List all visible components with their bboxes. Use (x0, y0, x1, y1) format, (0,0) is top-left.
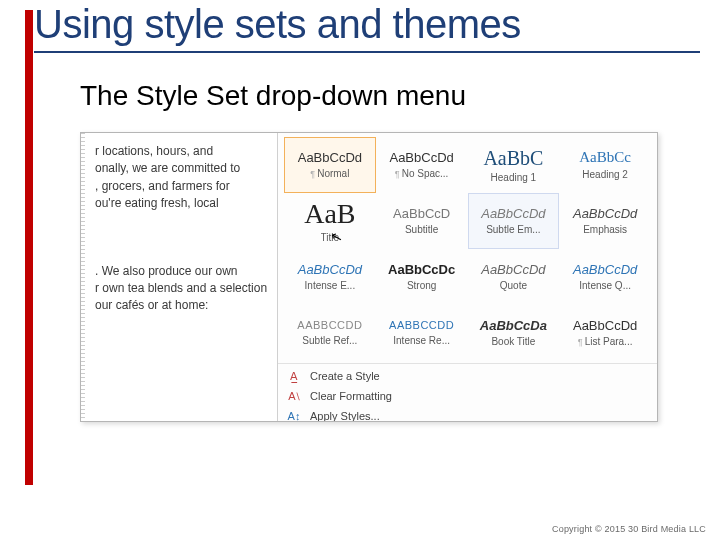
style-tile-emphasis[interactable]: AaBbCcDdEmphasis (559, 193, 651, 249)
paragraph-mark-icon: ¶ (578, 337, 583, 347)
style-sample-subtleref: AABBCCDD (297, 320, 362, 331)
style-label-subtitle: Subtitle (405, 224, 438, 235)
style-label-listpara: ¶List Para... (578, 336, 633, 347)
style-label-normal: ¶Normal (310, 168, 349, 179)
style-sample-quote: AaBbCcDd (481, 263, 545, 276)
copyright-text: Copyright © 2015 30 Bird Media LLC (552, 524, 706, 534)
style-label-nospacing: ¶No Spac... (395, 168, 449, 179)
styles-gallery: AaBbCcDd¶NormalAaBbCcDd¶No Spac...AaBbCH… (278, 133, 657, 421)
style-sample-subtleem: AaBbCcDd (481, 207, 545, 220)
paragraph-mark-icon: ¶ (310, 169, 315, 179)
paragraph-mark-icon: ¶ (395, 169, 400, 179)
style-grid: AaBbCcDd¶NormalAaBbCcDd¶No Spac...AaBbCH… (278, 133, 657, 363)
clear-formatting-icon: A⧵ (286, 389, 302, 403)
document-preview-pane: r locations, hours, and onally, we are c… (81, 133, 278, 421)
apply-styles-label: Apply Styles... (310, 410, 380, 422)
style-sample-title: AaB (304, 200, 355, 228)
style-label-subtleref: Subtle Ref... (302, 335, 357, 346)
style-tile-intenseq[interactable]: AaBbCcDdIntense Q... (559, 249, 651, 305)
style-tile-intref[interactable]: AABBCCDDIntense Re... (376, 305, 468, 361)
style-label-heading2: Heading 2 (582, 169, 628, 180)
accent-bar (25, 10, 33, 485)
style-tile-booktitle[interactable]: AaBbCcDaBook Title (468, 305, 560, 361)
style-sample-intref: AABBCCDD (389, 320, 454, 331)
style-sample-subtitle: AaBbCcD (393, 207, 450, 220)
slide-title: Using style sets and themes (34, 2, 700, 53)
create-style-label: Create a Style (310, 370, 380, 382)
slide-sub-heading: The Style Set drop-down menu (80, 80, 466, 112)
style-sample-booktitle: AaBbCcDa (480, 319, 547, 332)
style-tile-quote[interactable]: AaBbCcDdQuote (468, 249, 560, 305)
style-label-heading1: Heading 1 (491, 172, 537, 183)
apply-styles-command[interactable]: A↕ Apply Styles... (278, 406, 657, 422)
style-tile-subtleref[interactable]: AABBCCDDSubtle Ref... (284, 305, 376, 361)
style-sample-nospacing: AaBbCcDd (389, 151, 453, 164)
style-label-intensee: Intense E... (305, 280, 356, 291)
styles-gallery-screenshot: r locations, hours, and onally, we are c… (80, 132, 658, 422)
style-sample-normal: AaBbCcDd (298, 151, 362, 164)
style-sample-intenseq: AaBbCcDd (573, 263, 637, 276)
doc-torn-edge (81, 133, 85, 421)
document-text: r locations, hours, and onally, we are c… (81, 133, 277, 323)
style-sample-emphasis: AaBbCcDd (573, 207, 637, 220)
doc-paragraph-1: r locations, hours, and onally, we are c… (95, 143, 269, 213)
create-style-command[interactable]: A̲ Create a Style (278, 366, 657, 386)
style-label-title: Title (321, 232, 340, 243)
style-label-emphasis: Emphasis (583, 224, 627, 235)
style-tile-heading2[interactable]: AaBbCcHeading 2 (559, 137, 651, 193)
style-sample-heading1: AaBbC (483, 148, 543, 168)
style-tile-normal[interactable]: AaBbCcDd¶Normal (284, 137, 376, 193)
style-label-booktitle: Book Title (491, 336, 535, 347)
style-tile-intensee[interactable]: AaBbCcDdIntense E... (284, 249, 376, 305)
style-label-quote: Quote (500, 280, 527, 291)
style-tile-listpara[interactable]: AaBbCcDd¶List Para... (559, 305, 651, 361)
clear-formatting-command[interactable]: A⧵ Clear Formatting (278, 386, 657, 406)
style-tile-heading1[interactable]: AaBbCHeading 1 (468, 137, 560, 193)
style-sample-strong: AaBbCcDc (388, 263, 455, 276)
style-tile-strong[interactable]: AaBbCcDcStrong (376, 249, 468, 305)
style-sample-intensee: AaBbCcDd (298, 263, 362, 276)
doc-paragraph-2: . We also produce our own r own tea blen… (95, 263, 269, 315)
style-label-subtleem: Subtle Em... (486, 224, 540, 235)
style-tile-title[interactable]: AaBTitle (284, 193, 376, 249)
apply-styles-icon: A↕ (286, 409, 302, 422)
style-tile-subtitle[interactable]: AaBbCcDSubtitle (376, 193, 468, 249)
style-label-strong: Strong (407, 280, 436, 291)
style-label-intenseq: Intense Q... (579, 280, 631, 291)
style-sample-heading2: AaBbCc (579, 150, 631, 165)
clear-formatting-label: Clear Formatting (310, 390, 392, 402)
style-sample-listpara: AaBbCcDd (573, 319, 637, 332)
create-style-icon: A̲ (286, 369, 302, 383)
style-label-intref: Intense Re... (393, 335, 450, 346)
styles-gallery-footer: A̲ Create a Style A⧵ Clear Formatting A↕… (278, 363, 657, 422)
style-tile-subtleem[interactable]: AaBbCcDdSubtle Em... (468, 193, 560, 249)
style-tile-nospacing[interactable]: AaBbCcDd¶No Spac... (376, 137, 468, 193)
